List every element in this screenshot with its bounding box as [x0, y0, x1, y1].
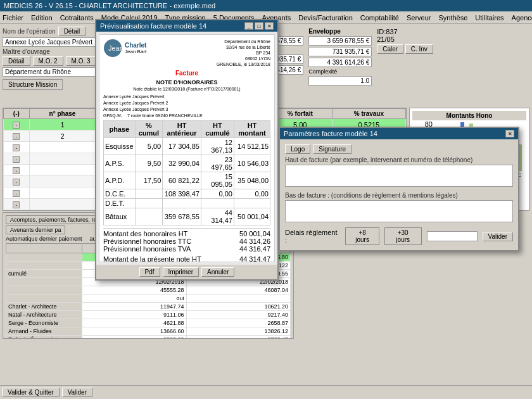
- phase-num: [29, 142, 96, 153]
- id-date: 21/05: [377, 35, 433, 43]
- invoice-row: D.E.T.: [104, 198, 270, 208]
- invoice-paper: Jean Charlet Jean Bart Département du Rh…: [99, 34, 275, 262]
- modal-minimize[interactable]: _: [244, 22, 253, 30]
- phase-minus[interactable]: -: [4, 165, 30, 176]
- detail-button[interactable]: Détail: [58, 27, 86, 36]
- pay-row-label: Robert - Économiste: [6, 336, 82, 339]
- menu-synthese[interactable]: Synthèse: [438, 14, 467, 22]
- params-valider-button[interactable]: Valider: [483, 232, 513, 241]
- logo-signature-row: Logo Signature: [285, 144, 513, 154]
- maitre-ouvrage-label: Maître d'ouvrage: [3, 48, 50, 55]
- detail2-button[interactable]: Détail: [3, 56, 30, 66]
- montant-ht: 44 314,47: [239, 255, 270, 262]
- delais-8j-button[interactable]: +8 jours: [345, 227, 379, 245]
- pay-row-label: Natal - Architecture: [6, 311, 82, 319]
- params-modal-close[interactable]: ✕: [505, 130, 514, 137]
- signature-button[interactable]: Signature: [313, 144, 352, 154]
- imprimer-button[interactable]: Imprimer: [163, 267, 199, 277]
- invoice-dept: Département du Rhône32/34 rue de la Libe…: [217, 39, 270, 67]
- nom-operation-value[interactable]: Annexe Lycée Jacques Prévert: [3, 37, 98, 47]
- bas-section: Bas de facture : (conditions de règlemen…: [285, 192, 513, 224]
- note-title: NOTE D'HONORAIRES: [103, 79, 270, 86]
- valider-quitter-button[interactable]: Valider & Quitter: [2, 388, 60, 397]
- pay-val2: [186, 294, 291, 303]
- pay-row-label: Serge - Économiste: [6, 319, 82, 327]
- payment-row[interactable]: Serge - Économiste 4621.88 2658.87: [6, 319, 291, 327]
- phase-minus[interactable]: -: [4, 130, 30, 142]
- params-modal-title: Paramètres facture modèle 14: [284, 130, 377, 137]
- firm-info: Jean Charlet Jean Bart: [103, 39, 146, 67]
- invoice-modal-content: Jean Charlet Jean Bart Département du Rh…: [96, 32, 277, 265]
- mo3-button[interactable]: M.O. 3: [66, 56, 96, 66]
- menu-serveur[interactable]: Serveur: [407, 14, 431, 22]
- invoice-title-label: Facture: [103, 70, 270, 77]
- phase-minus[interactable]: -: [4, 153, 30, 165]
- phase-minus[interactable]: -: [4, 176, 30, 187]
- delais-input[interactable]: [427, 231, 478, 241]
- menu-comptabilite[interactable]: Comptabilité: [360, 14, 399, 22]
- id-panel: ID:837 21/05 Caler C. Inv: [376, 27, 434, 55]
- phase-num: [29, 176, 96, 187]
- invoice-table: phase % cumul HT antérieur HT cumulé HT …: [103, 120, 270, 225]
- phase-minus[interactable]: -: [4, 142, 30, 153]
- menu-devis[interactable]: Devis/Facturation: [298, 14, 353, 22]
- payment-row[interactable]: Robert - Économiste 6208.00 9763.45: [6, 336, 291, 339]
- firm-logo: Jean: [103, 39, 122, 58]
- invoice-header: Jean Charlet Jean Bart Département du Rh…: [103, 39, 270, 67]
- delais-label: Delais règlement :: [285, 229, 340, 244]
- pay-val1: 4621.88: [82, 319, 187, 327]
- params-content: Logo Signature Haut de facture (par exem…: [280, 139, 518, 250]
- menu-fichier[interactable]: Fichier: [3, 14, 23, 22]
- pay-row-label: [6, 294, 82, 303]
- pay-val1: oui: [82, 294, 187, 303]
- chart-title: Montants Hono: [412, 111, 526, 120]
- svg-text:Jean: Jean: [108, 44, 122, 52]
- pay-row-label: Armand - Fluides: [6, 327, 82, 336]
- payment-row[interactable]: Armand - Fluides 13666.60 13826.12: [6, 327, 291, 336]
- total-ht-value: 50 001,04: [239, 230, 270, 238]
- pay-row-label: [6, 278, 82, 286]
- modal-close[interactable]: ✕: [265, 22, 274, 30]
- mo2-button[interactable]: M.O. 2: [33, 56, 63, 66]
- params-modal: Paramètres facture modèle 14 ✕ Logo Sign…: [279, 127, 519, 251]
- complexite-label: Complexité: [308, 68, 337, 75]
- tab-avenants[interactable]: Avenants dernier pa: [6, 225, 65, 234]
- menu-agence[interactable]: Agence: [512, 14, 532, 22]
- payment-row[interactable]: 45555.28 46087.04: [6, 286, 291, 294]
- haut-input[interactable]: [285, 165, 513, 187]
- modal-maximize[interactable]: □: [255, 22, 263, 30]
- phase-num: 1: [29, 119, 96, 130]
- phase-minus[interactable]: -: [4, 119, 30, 130]
- pay-val2: 9217.40: [186, 311, 291, 319]
- caler-button[interactable]: Caler: [377, 44, 403, 54]
- env-value1: 3 659 678,55 €: [308, 36, 372, 46]
- menu-utilitaires[interactable]: Utilitaires: [475, 14, 504, 22]
- annuler-button[interactable]: Annuler: [201, 267, 234, 277]
- payment-row[interactable]: Natal - Architecture 9111.06 9217.40: [6, 311, 291, 319]
- phase-minus[interactable]: -: [4, 187, 30, 199]
- title-bar: MEDICIS 26 - V 26.15 - CHARLET ARCHITECT…: [0, 0, 532, 11]
- bas-label: Bas de facture : (conditions de règlemen…: [285, 192, 513, 199]
- phase-num: 2: [29, 130, 96, 142]
- structure-mission-label[interactable]: Structure Mission: [3, 79, 63, 90]
- col-num: n° phase: [29, 109, 96, 119]
- pay-val2: 9763.45: [186, 336, 291, 339]
- menu-cotraitants[interactable]: Cotraitants: [60, 14, 94, 22]
- app-title: MEDICIS 26 - V 26.15 - CHARLET ARCHITECT…: [4, 2, 215, 10]
- valider-button[interactable]: Valider: [62, 388, 92, 397]
- maitre-value[interactable]: Département du Rhône: [3, 67, 98, 77]
- pay-val1: 6208.00: [82, 336, 187, 339]
- payment-row[interactable]: oui: [6, 294, 291, 303]
- prev-ttc-value: 44 314,26: [239, 238, 270, 245]
- payment-row[interactable]: Charlet - Architecte 11947.74 10621.20: [6, 303, 291, 311]
- envelope-label: Enveloppe: [308, 28, 341, 35]
- bas-input[interactable]: [285, 200, 513, 222]
- cinv-button[interactable]: C. Inv: [405, 44, 433, 54]
- menu-edition[interactable]: Edition: [31, 14, 53, 22]
- firm-name: Charlet: [125, 42, 146, 49]
- pay-val1: 45555.28: [82, 286, 187, 294]
- logo-button[interactable]: Logo: [285, 144, 310, 154]
- delais-30j-button[interactable]: +30 jours: [384, 227, 422, 245]
- pdf-button[interactable]: Pdf: [139, 267, 160, 277]
- phase-minus[interactable]: -: [4, 199, 30, 210]
